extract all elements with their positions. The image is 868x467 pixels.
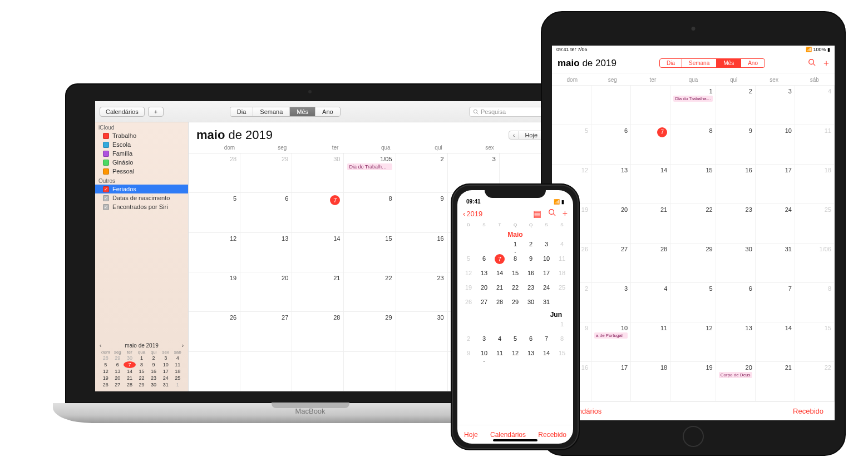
add-event-icon[interactable]: + — [823, 58, 829, 69]
calendar-day-cell[interactable]: 8 — [670, 125, 716, 165]
calendar-day-cell[interactable]: 11 — [631, 322, 670, 362]
mini-day[interactable]: 21 — [124, 375, 136, 381]
calendar-day-cell[interactable]: 24 — [756, 204, 795, 244]
mini-next-button[interactable]: › — [182, 342, 184, 349]
checkbox-icon[interactable] — [103, 186, 109, 192]
view-tab[interactable]: Ano — [741, 59, 765, 67]
calendar-day-cell[interactable]: 28 — [631, 244, 670, 283]
calendar-day-cell[interactable]: 7 — [292, 193, 344, 232]
mini-day[interactable]: 12 — [100, 368, 112, 375]
iphone-body[interactable]: Maio 12345678910111213141516171819202122… — [457, 228, 573, 425]
mini-day[interactable]: 5 — [100, 361, 112, 368]
calendar-day-cell[interactable]: 7 — [756, 283, 795, 322]
calendar-day[interactable]: 15 — [554, 349, 570, 360]
calendar-day-cell[interactable] — [631, 86, 670, 125]
mini-day[interactable]: 23 — [147, 375, 160, 381]
calendar-day-cell[interactable]: 20 — [240, 272, 292, 312]
calendar-day-cell[interactable]: 14 — [756, 322, 795, 362]
calendar-day[interactable]: 7 — [539, 334, 554, 345]
mini-day[interactable]: 25 — [171, 375, 184, 381]
mini-day[interactable]: 28 — [100, 355, 112, 361]
calendar-day[interactable]: 5 — [461, 254, 476, 265]
calendar-day[interactable]: 26 — [461, 297, 476, 309]
calendar-day-cell[interactable]: 10a de Portugal — [591, 322, 631, 362]
prev-month-button[interactable]: ‹ — [509, 131, 520, 140]
calendar-day-cell[interactable]: 16 — [716, 165, 756, 204]
calendar-day-cell[interactable]: 19 — [670, 362, 716, 401]
calendar-day-cell[interactable]: 30 — [292, 153, 344, 193]
calendar-day-cell[interactable] — [344, 352, 396, 391]
checkbox-icon[interactable] — [103, 204, 109, 210]
calendar-day[interactable]: 14 — [539, 349, 554, 360]
mini-day[interactable]: 18 — [171, 368, 184, 375]
sidebar-item[interactable]: Ginásio — [95, 158, 188, 167]
calendar-day[interactable] — [461, 240, 476, 251]
calendar-day[interactable]: 19 — [461, 283, 476, 294]
calendar-day-cell[interactable] — [591, 86, 631, 125]
calendar-day[interactable]: 8 — [507, 254, 523, 265]
mini-day[interactable]: 10 — [160, 361, 172, 368]
today-button[interactable]: Hoje — [519, 131, 544, 140]
inbox-button[interactable]: Recebido — [793, 407, 823, 415]
calendar-day[interactable]: 11 — [492, 349, 507, 360]
calendar-day-cell[interactable]: 5 — [670, 283, 716, 322]
mini-day[interactable]: 17 — [160, 368, 172, 375]
calendar-day[interactable]: 29 — [507, 297, 523, 309]
calendar-day[interactable]: 7 — [492, 254, 507, 265]
calendars-button[interactable]: Calendários — [100, 107, 145, 117]
calendar-day-cell[interactable]: 6 — [240, 193, 292, 232]
mini-day[interactable]: 4 — [171, 355, 184, 361]
view-segmented-control[interactable]: DiaSemanaMêsAno — [659, 58, 765, 68]
calendar-day[interactable]: 31 — [539, 297, 554, 309]
mini-day[interactable]: 1 — [171, 381, 184, 388]
view-tab[interactable]: Dia — [660, 59, 682, 67]
calendar-day[interactable]: 13 — [523, 349, 539, 360]
calendar-day-cell[interactable]: 4 — [795, 86, 835, 125]
calendar-day[interactable]: 14 — [492, 269, 507, 280]
home-button-icon[interactable] — [683, 426, 704, 447]
calendar-day[interactable]: 21 — [492, 283, 507, 294]
calendar-day[interactable]: 20 — [476, 283, 492, 294]
calendar-day-cell[interactable]: 28 — [292, 312, 344, 351]
calendar-day-cell[interactable]: 22 — [670, 204, 716, 244]
calendar-day-cell[interactable]: 2 — [716, 86, 756, 125]
calendar-day-cell[interactable]: 27 — [591, 244, 631, 283]
calendar-day[interactable]: 28 — [492, 297, 507, 309]
sidebar-item[interactable]: Trabalho — [95, 131, 188, 140]
mini-day[interactable]: 14 — [124, 368, 136, 375]
mini-prev-button[interactable]: ‹ — [100, 342, 101, 349]
calendar-day-cell[interactable] — [292, 352, 344, 391]
calendar-day-cell[interactable]: 22 — [795, 362, 835, 401]
sidebar-item[interactable]: Encontrados por Siri — [95, 202, 188, 211]
calendar-day-cell[interactable]: 11 — [795, 125, 835, 165]
calendar-day[interactable] — [476, 320, 492, 331]
calendar-day-cell[interactable]: 8 — [795, 283, 835, 322]
calendar-day[interactable] — [492, 320, 507, 331]
calendar-day-cell[interactable]: 18 — [795, 165, 835, 204]
calendar-day-cell[interactable]: 10 — [756, 125, 795, 165]
mini-day[interactable]: 22 — [136, 375, 148, 381]
calendar-day[interactable]: 5 — [507, 334, 523, 345]
calendar-day-cell[interactable]: 12 — [670, 322, 716, 362]
calendar-day[interactable] — [554, 297, 570, 309]
home-indicator-icon[interactable] — [493, 439, 537, 441]
mini-day[interactable]: 1 — [136, 355, 148, 361]
calendar-day-cell[interactable]: 9 — [396, 193, 448, 232]
sidebar-item[interactable]: Pessoal — [95, 167, 188, 176]
view-tab[interactable]: Mês — [290, 107, 315, 116]
calendar-day-cell[interactable] — [552, 86, 591, 125]
calendar-day-cell[interactable]: 2 — [396, 153, 448, 193]
calendar-day[interactable]: 16 — [523, 269, 539, 280]
calendar-day-cell[interactable]: 21 — [631, 204, 670, 244]
sidebar-item[interactable]: Feriados — [95, 185, 188, 193]
calendar-day-cell[interactable]: 22 — [344, 272, 396, 312]
calendar-day-cell[interactable]: 29 — [344, 312, 396, 351]
calendar-day-cell[interactable]: 1/06 — [795, 244, 835, 283]
calendar-day[interactable]: 3 — [539, 240, 554, 251]
calendar-day[interactable]: 22 — [507, 283, 523, 294]
calendar-day[interactable]: 9 — [523, 254, 539, 265]
calendar-day[interactable]: 3 — [476, 334, 492, 345]
calendar-day-cell[interactable]: 6 — [591, 125, 631, 165]
calendar-day[interactable]: 1 — [554, 320, 570, 331]
add-event-icon[interactable]: + — [563, 208, 568, 219]
